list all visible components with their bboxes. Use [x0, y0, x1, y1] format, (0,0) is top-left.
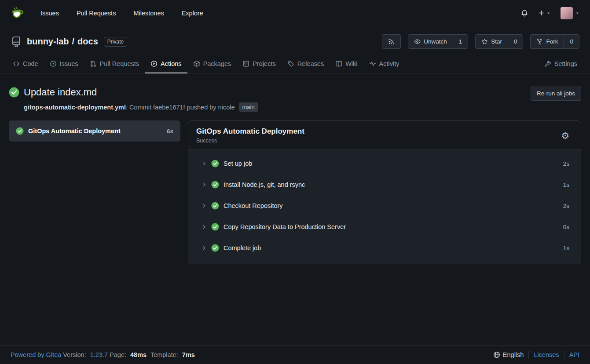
footer-divider: [564, 351, 564, 359]
footer-right: English Licenses API: [493, 351, 579, 359]
star-count[interactable]: 0: [508, 34, 524, 49]
job-name: GitOps Automatic Deployment: [28, 127, 121, 135]
success-check-icon: [211, 202, 219, 210]
fork-button[interactable]: Fork: [530, 34, 564, 49]
gitea-cup-icon: [11, 6, 25, 20]
tab-pull-requests[interactable]: Pull Requests: [84, 56, 145, 73]
gitea-logo[interactable]: [11, 6, 25, 20]
step-name: Copy Repository Data to Production Serve…: [224, 223, 346, 230]
success-check-icon: [9, 87, 19, 98]
step-name: Set up job: [224, 160, 252, 167]
fork-count[interactable]: 0: [564, 34, 579, 49]
repo-title-separator: /: [72, 36, 75, 47]
run-header: Update index.md gitops-automatic-deploym…: [0, 73, 590, 120]
chevron-right-icon[interactable]: [202, 245, 207, 251]
private-badge: Private: [104, 37, 127, 47]
commit-info: : Commit faebe1671f pushed by nicole: [126, 104, 235, 111]
tab-label: Code: [23, 60, 38, 67]
step-row[interactable]: Checkout Repository 2s: [188, 195, 581, 216]
page-label: Page:: [110, 351, 126, 358]
watch-count[interactable]: 1: [453, 34, 469, 49]
success-check-icon: [211, 160, 219, 167]
notifications-button[interactable]: [520, 9, 528, 17]
job-duration: 6s: [167, 128, 173, 135]
tab-code[interactable]: Code: [7, 56, 44, 73]
nav-pull-requests[interactable]: Pull Requests: [77, 10, 116, 17]
fork-group: Fork 0: [530, 34, 579, 49]
page-time: 48ms: [130, 351, 147, 358]
tab-label: Packages: [203, 60, 231, 67]
tab-activity[interactable]: Activity: [363, 56, 405, 73]
nav-explore[interactable]: Explore: [182, 10, 203, 17]
job-status: Success: [196, 138, 304, 144]
eye-icon: [414, 38, 421, 45]
licenses-link[interactable]: Licenses: [534, 351, 559, 358]
repo-header: bunny-lab / docs Private: [0, 26, 590, 73]
nav-issues[interactable]: Issues: [40, 10, 59, 17]
footer: Powered by Gitea Version: 1.23.7 Page: 4…: [0, 345, 590, 364]
tab-packages[interactable]: Packages: [187, 56, 237, 73]
create-new-button[interactable]: [538, 10, 551, 16]
tab-actions[interactable]: Actions: [145, 56, 187, 73]
chevron-right-icon[interactable]: [202, 224, 207, 229]
tab-releases[interactable]: Releases: [282, 56, 330, 73]
template-time: 7ms: [182, 351, 195, 358]
tab-label: Settings: [554, 60, 577, 67]
version-label: Version:: [63, 351, 86, 358]
avatar[interactable]: [561, 7, 573, 19]
tab-label: Activity: [379, 60, 399, 67]
nav-milestones[interactable]: Milestones: [133, 10, 164, 17]
success-check-icon: [16, 127, 24, 135]
chevron-right-icon[interactable]: [202, 161, 207, 166]
watch-group: Unwatch 1: [408, 34, 468, 49]
job-list-item[interactable]: GitOps Automatic Deployment 6s: [9, 120, 180, 142]
tab-label: Actions: [161, 60, 182, 67]
step-row[interactable]: Install Node.js, git, and rsync 1s: [188, 174, 581, 195]
run-title: Update index.md: [24, 87, 97, 98]
run-subtitle: gitops-automatic-deployment.yml: Commit …: [24, 102, 258, 112]
tab-wiki[interactable]: Wiki: [330, 56, 363, 73]
repo-title-row: bunny-lab / docs Private: [0, 26, 590, 54]
job-detail-panel: GitOps Automatic Deployment Success ⚙ Se…: [188, 120, 581, 264]
step-duration: 2s: [563, 160, 569, 167]
rss-button[interactable]: [382, 34, 401, 49]
run-header-left: Update index.md gitops-automatic-deploym…: [9, 87, 258, 112]
powered-by-gitea-link[interactable]: Powered by Gitea: [11, 351, 61, 358]
step-row[interactable]: Copy Repository Data to Production Serve…: [188, 216, 581, 237]
tab-issues[interactable]: Issues: [44, 56, 84, 73]
footer-left: Powered by Gitea Version: 1.23.7 Page: 4…: [11, 351, 197, 358]
gear-icon[interactable]: ⚙: [561, 131, 573, 140]
fork-icon: [536, 38, 543, 45]
user-menu[interactable]: [561, 7, 579, 19]
star-button[interactable]: Star: [475, 34, 508, 49]
branch-badge[interactable]: main: [239, 102, 258, 112]
tab-label: Wiki: [345, 60, 357, 67]
gitea-actions-page: Issues Pull Requests Milestones Explore: [0, 0, 590, 364]
step-row[interactable]: Set up job 2s: [188, 153, 581, 174]
step-name: Install Node.js, git, and rsync: [224, 181, 305, 188]
step-row[interactable]: Complete job 1s: [188, 237, 581, 258]
version-link[interactable]: 1.23.7: [90, 351, 108, 358]
issue-circle-icon: [50, 60, 57, 67]
rerun-all-jobs-button[interactable]: Re-run all jobs: [531, 87, 581, 101]
fork-label: Fork: [546, 39, 558, 45]
repo-owner-link[interactable]: bunny-lab: [27, 36, 69, 47]
api-link[interactable]: API: [569, 351, 579, 358]
success-check-icon: [211, 181, 219, 189]
tab-settings[interactable]: Settings: [539, 56, 583, 73]
bell-icon: [520, 9, 528, 17]
wrench-icon: [544, 60, 551, 67]
language-selector[interactable]: English: [493, 351, 524, 358]
tab-projects[interactable]: Projects: [237, 56, 281, 73]
repo-name-link[interactable]: docs: [77, 36, 98, 47]
unwatch-button[interactable]: Unwatch: [408, 34, 453, 49]
code-icon: [13, 60, 20, 67]
star-label: Star: [491, 39, 502, 45]
repo-icon: [11, 36, 22, 47]
pull-request-icon: [90, 60, 97, 67]
chevron-right-icon[interactable]: [202, 182, 207, 187]
chevron-right-icon[interactable]: [202, 203, 207, 208]
step-duration: 0s: [563, 224, 569, 230]
navbar-right: [520, 7, 579, 19]
tab-label: Releases: [297, 60, 324, 67]
